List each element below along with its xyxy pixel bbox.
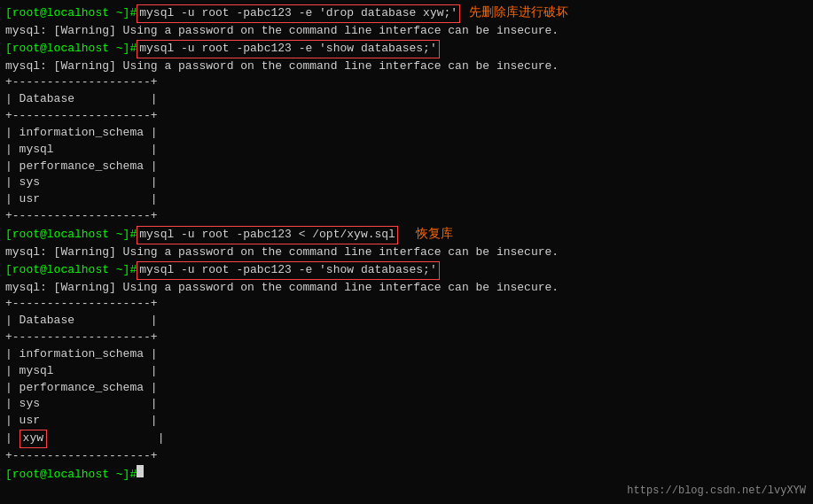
table1-border-top: +--------------------+	[5, 74, 808, 91]
table2-header-text: | Database |	[5, 313, 158, 330]
command-show-db-1: mysql -u root -pabc123 -e 'show database…	[137, 40, 439, 58]
db-perf-schema-1: | performance_schema |	[5, 159, 158, 175]
table2-border-top-text: +--------------------+	[5, 296, 158, 313]
command-drop-db: mysql -u root -pabc123 -e 'drop database…	[137, 4, 460, 23]
warning-line-4: mysql: [Warning] Using a password on the…	[5, 280, 808, 297]
annotation-restore: 恢复库	[416, 225, 453, 243]
prompt-2: [root@localhost ~]#	[5, 41, 137, 58]
warning-text-4: mysql: [Warning] Using a password on the…	[5, 280, 559, 297]
command-show-db-2: mysql -u root -pabc123 -e 'show database…	[137, 261, 439, 280]
watermark: https://blog.csdn.net/lvyXYW	[627, 484, 806, 499]
table2-border-bot: +--------------------+	[5, 448, 808, 465]
table1-border-bot-text: +--------------------+	[5, 208, 158, 225]
table1-header: | Database |	[5, 91, 808, 108]
db-xyw-name: xyw	[20, 430, 47, 448]
table2-header: | Database |	[5, 313, 808, 330]
table2-border-bot-text: +--------------------+	[5, 448, 158, 465]
db-sys-2: | sys |	[5, 396, 158, 413]
table2-border-top: +--------------------+	[5, 296, 808, 313]
db-xyw-suffix: |	[47, 430, 165, 447]
db-perf-schema-2: | performance_schema |	[5, 380, 158, 397]
final-prompt: [root@localhost ~]#	[5, 467, 137, 484]
prompt-3: [root@localhost ~]#	[5, 227, 137, 244]
db-usr-1: | usr |	[5, 191, 158, 208]
watermark-text: https://blog.csdn.net/lvyXYW	[627, 485, 806, 497]
table1-border-bot: +--------------------+	[5, 208, 808, 225]
warning-line-3: mysql: [Warning] Using a password on the…	[5, 244, 808, 261]
db-info-schema-1: | information_schema |	[5, 125, 158, 142]
line-restore-db: [root@localhost ~]#mysql -u root -pabc12…	[5, 225, 808, 244]
table1-header-text: | Database |	[5, 91, 158, 108]
line-show-db-1: [root@localhost ~]#mysql -u root -pabc12…	[5, 40, 808, 58]
table1-border-mid-text: +--------------------+	[5, 108, 158, 125]
line-show-db-2: [root@localhost ~]#mysql -u root -pabc12…	[5, 261, 808, 280]
db-xyw-prefix: |	[5, 430, 20, 447]
table2-row-xyw: | xyw |	[5, 430, 808, 448]
table2-row-usr: | usr |	[5, 413, 808, 430]
final-prompt-line: [root@localhost ~]#	[5, 465, 808, 484]
db-usr-2: | usr |	[5, 413, 158, 430]
table1-border-mid: +--------------------+	[5, 108, 808, 125]
warning-text-3: mysql: [Warning] Using a password on the…	[5, 244, 559, 261]
terminal: [root@localhost ~]#mysql -u root -pabc12…	[0, 0, 813, 504]
prompt-4: [root@localhost ~]#	[5, 262, 137, 279]
warning-line-2: mysql: [Warning] Using a password on the…	[5, 58, 808, 75]
table1-row-perf: | performance_schema |	[5, 159, 808, 175]
prompt-1: [root@localhost ~]#	[5, 5, 137, 22]
table2-border-mid: +--------------------+	[5, 330, 808, 346]
warning-line-1: mysql: [Warning] Using a password on the…	[5, 23, 808, 40]
terminal-cursor	[137, 465, 144, 477]
db-info-schema-2: | information_schema |	[5, 346, 158, 363]
table2-row-info: | information_schema |	[5, 346, 808, 363]
warning-text-2: mysql: [Warning] Using a password on the…	[5, 58, 559, 75]
warning-text-1: mysql: [Warning] Using a password on the…	[5, 23, 559, 40]
db-mysql-1: | mysql |	[5, 142, 158, 159]
table2-row-sys: | sys |	[5, 396, 808, 413]
table1-border-top-text: +--------------------+	[5, 74, 158, 91]
table1-row-info: | information_schema |	[5, 125, 808, 142]
table2-border-mid-text: +--------------------+	[5, 330, 158, 346]
db-sys-1: | sys |	[5, 174, 158, 191]
annotation-destroy: 先删除库进行破坏	[469, 4, 568, 21]
table2-row-mysql: | mysql |	[5, 363, 808, 380]
db-mysql-2: | mysql |	[5, 363, 158, 380]
command-restore-db: mysql -u root -pabc123 < /opt/xyw.sql	[137, 226, 398, 244]
table1-row-sys: | sys |	[5, 174, 808, 191]
table1-row-usr: | usr |	[5, 191, 808, 208]
table1-row-mysql: | mysql |	[5, 142, 808, 159]
table2-row-perf: | performance_schema |	[5, 380, 808, 397]
line-drop-db: [root@localhost ~]#mysql -u root -pabc12…	[5, 4, 808, 23]
